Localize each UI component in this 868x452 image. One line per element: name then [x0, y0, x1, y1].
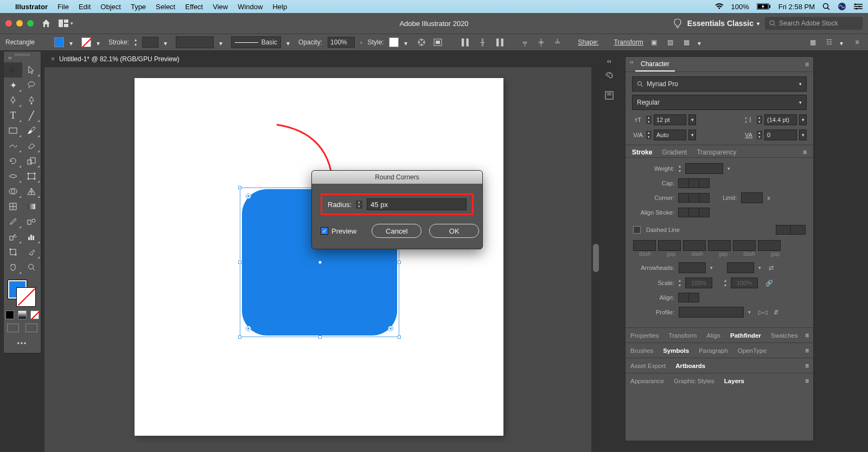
rotate-tool[interactable] [4, 153, 22, 169]
cancel-button[interactable]: Cancel [372, 224, 422, 238]
stroke-panel-menu-icon[interactable]: ≡ [803, 148, 807, 156]
font-size-field[interactable]: тT▴▾12 pt▾ [632, 114, 696, 125]
lasso-tool[interactable] [22, 78, 41, 93]
fill-swatch[interactable] [54, 37, 64, 47]
row3-menu-icon[interactable]: ≡ [805, 358, 813, 373]
swatches-tab[interactable]: Swatches [766, 328, 803, 343]
arrowhead-start[interactable] [679, 262, 706, 273]
cap-buttons[interactable] [679, 178, 710, 188]
arrange-documents[interactable]: ▾ [59, 20, 73, 27]
dash-align-buttons[interactable] [776, 225, 806, 235]
magic-wand-tool[interactable]: ✦ [4, 78, 22, 93]
vsp-profile[interactable] [176, 36, 214, 48]
grid-icon[interactable]: ▦ [807, 37, 818, 48]
gradient-tool[interactable] [22, 199, 41, 214]
arrow-scale-end[interactable]: 100% [731, 277, 758, 288]
color-mode-none[interactable] [30, 311, 39, 319]
collapse-tools-icon[interactable]: ‹‹ [8, 55, 12, 61]
align-top-icon[interactable]: ╤ [519, 37, 530, 48]
appearance-tab[interactable]: Appearance [626, 373, 669, 388]
align-bottom-icon[interactable]: ╧ [552, 37, 563, 48]
kerning-field[interactable]: V/A▴▾Auto▾ [632, 130, 696, 140]
expand-dock-icon[interactable]: ‹‹ [607, 57, 611, 65]
radius-stepper[interactable]: ▴▾ [356, 201, 362, 209]
isolate-icon-2[interactable]: ▨ [665, 37, 676, 48]
fill-stroke-proxy[interactable] [4, 278, 41, 308]
arrowhead-end[interactable] [727, 262, 754, 273]
align-right-icon[interactable]: ▐▐ [493, 37, 504, 48]
brush-definition[interactable]: Basic [231, 36, 281, 48]
graphic-styles-tab[interactable]: Graphic Styles [669, 373, 719, 388]
edit-toolbar[interactable]: ••• [4, 340, 41, 347]
menu-edit[interactable]: Edit [79, 3, 91, 11]
symbols-tab[interactable]: Symbols [658, 343, 694, 358]
align-to-icon[interactable] [432, 37, 443, 48]
menu-view[interactable]: View [213, 3, 228, 11]
color-mode-gradient[interactable] [18, 311, 27, 319]
curvature-tool[interactable] [22, 93, 41, 108]
mesh-tool[interactable] [4, 199, 22, 214]
selection-tool[interactable] [4, 62, 22, 78]
recolor-icon[interactable] [416, 37, 427, 48]
asset-export-tab[interactable]: Asset Export [626, 358, 671, 373]
window-maximize[interactable] [27, 20, 34, 27]
isolate-icon-3[interactable]: ▦ [681, 37, 692, 48]
shape-builder-tool[interactable] [4, 184, 22, 199]
align-vcenter-icon[interactable]: ╪ [535, 37, 546, 48]
width-tool[interactable] [4, 169, 22, 184]
dialog-titlebar[interactable]: Round Corners [312, 171, 482, 184]
arrow-scale-start[interactable]: 100% [685, 277, 712, 288]
type-tool[interactable]: T [4, 108, 22, 123]
leading-field[interactable]: AA▴▾(14.4 pt)▾ [743, 114, 807, 125]
menu-type[interactable]: Type [131, 3, 146, 11]
ok-button[interactable]: OK [429, 224, 479, 238]
panel-menu-icon[interactable]: ≡ [852, 37, 863, 48]
menu-effect[interactable]: Effect [185, 3, 203, 11]
corner-buttons[interactable] [679, 193, 710, 203]
opacity-input[interactable]: 100% [328, 37, 355, 48]
isolate-icon[interactable]: ▣ [649, 37, 660, 48]
arrow-align-buttons[interactable] [679, 293, 699, 302]
pen-tool[interactable] [4, 93, 22, 108]
paintbrush-tool[interactable]: 🖌 [22, 123, 41, 138]
row1-menu-icon[interactable]: ≡ [805, 328, 813, 343]
collapse-panels-icon[interactable]: ‹‹ [630, 59, 634, 65]
menu-object[interactable]: Object [100, 3, 121, 11]
column-graph-tool[interactable] [22, 229, 41, 244]
free-transform-tool[interactable] [22, 169, 41, 184]
workspace-switcher[interactable]: Essentials Classic▾ [687, 19, 760, 28]
siri-icon[interactable] [838, 2, 846, 11]
shape-label[interactable]: Shape: [578, 38, 598, 46]
spotlight-icon[interactable] [822, 3, 830, 10]
stroke-weight-input[interactable] [142, 37, 158, 48]
window-close[interactable] [5, 20, 12, 27]
canvas-scrollbar-thumb[interactable] [593, 244, 599, 272]
document-tab[interactable]: × Untitled-1* @ 82.1% (RGB/GPU Preview) [44, 52, 186, 67]
window-minimize[interactable] [16, 20, 23, 27]
slice-tool[interactable] [22, 244, 41, 260]
shaper-tool[interactable] [4, 138, 22, 153]
stock-search[interactable]: Search Adobe Stock [765, 17, 863, 30]
radius-input[interactable] [367, 198, 467, 210]
stroke-swatch[interactable] [81, 37, 91, 47]
screen-mode-full[interactable] [25, 324, 37, 332]
align-left-icon[interactable]: ▌▌ [461, 37, 471, 48]
canvas[interactable] [44, 67, 591, 452]
artboard-tool[interactable] [4, 244, 22, 260]
menu-window[interactable]: Window [238, 3, 263, 11]
transform-tab[interactable]: Transform [663, 328, 701, 343]
screen-mode-normal[interactable] [7, 324, 19, 332]
wifi-icon[interactable] [715, 3, 724, 10]
color-panel-icon[interactable] [603, 69, 616, 82]
preview-checkbox[interactable]: ✓Preview [321, 227, 356, 235]
character-panel-menu-icon[interactable]: ≡ [805, 61, 809, 68]
pathfinder-tab[interactable]: Pathfinder [725, 328, 766, 343]
paragraph-tab[interactable]: Paragraph [694, 343, 733, 358]
home-button[interactable] [41, 19, 51, 28]
hand-tool[interactable] [4, 260, 22, 275]
close-tab-icon[interactable]: × [51, 55, 55, 63]
align-tab[interactable]: Align [701, 328, 725, 343]
tracking-field[interactable]: VA▴▾0▾ [743, 130, 807, 140]
snap-icon[interactable]: ☷ [824, 37, 834, 48]
character-tab[interactable]: Character [635, 57, 675, 72]
